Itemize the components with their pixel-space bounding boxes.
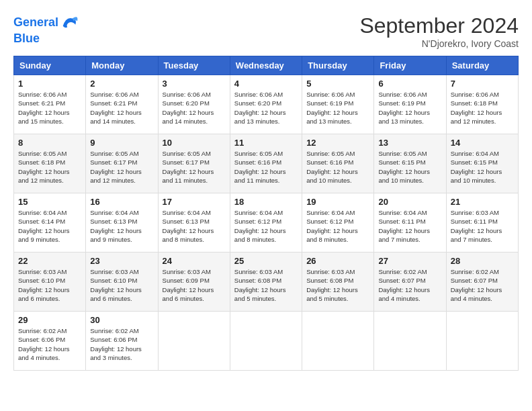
calendar-day-cell: 13 Sunrise: 6:05 AM Sunset: 6:15 PM Dayl… [374, 134, 446, 193]
calendar-day-cell [446, 312, 518, 371]
logo-bird-icon [60, 13, 79, 32]
day-number: 20 [378, 197, 441, 207]
day-number: 28 [451, 256, 514, 266]
calendar-header-saturday: Saturday [446, 56, 518, 75]
day-number: 8 [18, 138, 81, 148]
day-info: Sunrise: 6:05 AM Sunset: 6:16 PM Dayligh… [306, 149, 369, 185]
logo-text: General Blue [13, 13, 79, 46]
day-number: 12 [306, 138, 369, 148]
day-info: Sunrise: 6:05 AM Sunset: 6:17 PM Dayligh… [163, 149, 226, 185]
calendar-week-row: 1 Sunrise: 6:06 AM Sunset: 6:21 PM Dayli… [14, 75, 519, 134]
calendar-day-cell: 27 Sunrise: 6:02 AM Sunset: 6:07 PM Dayl… [374, 253, 446, 312]
page-header: General Blue September 2024 N'Djorekro, … [13, 13, 519, 49]
day-number: 11 [234, 138, 298, 148]
day-info: Sunrise: 6:03 AM Sunset: 6:10 PM Dayligh… [90, 267, 153, 303]
day-number: 24 [163, 256, 226, 266]
day-info: Sunrise: 6:03 AM Sunset: 6:09 PM Dayligh… [163, 267, 226, 303]
title-section: September 2024 N'Djorekro, Ivory Coast [359, 13, 519, 49]
day-number: 9 [90, 138, 153, 148]
calendar-day-cell [230, 312, 302, 371]
day-number: 3 [163, 79, 226, 89]
calendar-day-cell: 28 Sunrise: 6:02 AM Sunset: 6:07 PM Dayl… [446, 253, 518, 312]
calendar-day-cell: 17 Sunrise: 6:04 AM Sunset: 6:13 PM Dayl… [158, 193, 230, 253]
calendar-day-cell: 4 Sunrise: 6:06 AM Sunset: 6:20 PM Dayli… [230, 75, 302, 134]
calendar-day-cell: 20 Sunrise: 6:04 AM Sunset: 6:11 PM Dayl… [374, 193, 446, 253]
day-info: Sunrise: 6:06 AM Sunset: 6:20 PM Dayligh… [234, 90, 298, 126]
calendar-day-cell: 26 Sunrise: 6:03 AM Sunset: 6:08 PM Dayl… [302, 253, 374, 312]
day-number: 18 [234, 197, 298, 207]
calendar-day-cell [302, 312, 374, 371]
calendar-day-cell [374, 312, 446, 371]
calendar-day-cell: 3 Sunrise: 6:06 AM Sunset: 6:20 PM Dayli… [158, 75, 230, 134]
day-info: Sunrise: 6:06 AM Sunset: 6:21 PM Dayligh… [18, 90, 81, 126]
calendar-day-cell: 24 Sunrise: 6:03 AM Sunset: 6:09 PM Dayl… [158, 253, 230, 312]
day-info: Sunrise: 6:03 AM Sunset: 6:08 PM Dayligh… [306, 267, 369, 303]
calendar-day-cell: 14 Sunrise: 6:04 AM Sunset: 6:15 PM Dayl… [446, 134, 518, 193]
calendar-week-row: 15 Sunrise: 6:04 AM Sunset: 6:14 PM Dayl… [14, 193, 519, 253]
day-number: 22 [18, 256, 81, 266]
calendar-day-cell: 7 Sunrise: 6:06 AM Sunset: 6:18 PM Dayli… [446, 75, 518, 134]
day-info: Sunrise: 6:03 AM Sunset: 6:10 PM Dayligh… [18, 267, 81, 303]
calendar-day-cell: 5 Sunrise: 6:06 AM Sunset: 6:19 PM Dayli… [302, 75, 374, 134]
day-number: 21 [451, 197, 514, 207]
calendar-week-row: 29 Sunrise: 6:02 AM Sunset: 6:06 PM Dayl… [14, 312, 519, 371]
day-info: Sunrise: 6:03 AM Sunset: 6:11 PM Dayligh… [451, 208, 514, 244]
logo: General Blue [13, 13, 79, 46]
day-number: 30 [90, 315, 153, 325]
calendar-day-cell: 30 Sunrise: 6:02 AM Sunset: 6:06 PM Dayl… [86, 312, 158, 371]
calendar-day-cell: 9 Sunrise: 6:05 AM Sunset: 6:17 PM Dayli… [86, 134, 158, 193]
day-number: 2 [90, 79, 153, 89]
calendar-header-thursday: Thursday [302, 56, 374, 75]
day-info: Sunrise: 6:04 AM Sunset: 6:13 PM Dayligh… [90, 208, 153, 244]
day-info: Sunrise: 6:04 AM Sunset: 6:11 PM Dayligh… [378, 208, 441, 244]
calendar-week-row: 22 Sunrise: 6:03 AM Sunset: 6:10 PM Dayl… [14, 253, 519, 312]
day-number: 16 [90, 197, 153, 207]
day-info: Sunrise: 6:02 AM Sunset: 6:06 PM Dayligh… [90, 326, 153, 362]
day-info: Sunrise: 6:02 AM Sunset: 6:06 PM Dayligh… [18, 326, 81, 362]
day-info: Sunrise: 6:04 AM Sunset: 6:14 PM Dayligh… [18, 208, 81, 244]
day-info: Sunrise: 6:05 AM Sunset: 6:16 PM Dayligh… [234, 149, 298, 185]
day-number: 26 [306, 256, 369, 266]
calendar-day-cell: 21 Sunrise: 6:03 AM Sunset: 6:11 PM Dayl… [446, 193, 518, 253]
calendar-day-cell: 11 Sunrise: 6:05 AM Sunset: 6:16 PM Dayl… [230, 134, 302, 193]
day-number: 29 [18, 315, 81, 325]
day-info: Sunrise: 6:06 AM Sunset: 6:19 PM Dayligh… [306, 90, 369, 126]
calendar-header-sunday: Sunday [14, 56, 86, 75]
day-info: Sunrise: 6:06 AM Sunset: 6:19 PM Dayligh… [378, 90, 441, 126]
calendar-day-cell: 1 Sunrise: 6:06 AM Sunset: 6:21 PM Dayli… [14, 75, 86, 134]
calendar-day-cell: 25 Sunrise: 6:03 AM Sunset: 6:08 PM Dayl… [230, 253, 302, 312]
calendar-header-row: SundayMondayTuesdayWednesdayThursdayFrid… [14, 56, 519, 75]
calendar-day-cell: 23 Sunrise: 6:03 AM Sunset: 6:10 PM Dayl… [86, 253, 158, 312]
day-number: 25 [234, 256, 298, 266]
day-info: Sunrise: 6:06 AM Sunset: 6:20 PM Dayligh… [163, 90, 226, 126]
calendar-day-cell: 29 Sunrise: 6:02 AM Sunset: 6:06 PM Dayl… [14, 312, 86, 371]
calendar-day-cell: 15 Sunrise: 6:04 AM Sunset: 6:14 PM Dayl… [14, 193, 86, 253]
calendar-header-wednesday: Wednesday [230, 56, 302, 75]
month-title: September 2024 [359, 13, 519, 38]
day-number: 5 [306, 79, 369, 89]
day-info: Sunrise: 6:04 AM Sunset: 6:12 PM Dayligh… [234, 208, 298, 244]
day-number: 6 [378, 79, 441, 89]
calendar-day-cell: 12 Sunrise: 6:05 AM Sunset: 6:16 PM Dayl… [302, 134, 374, 193]
calendar-day-cell: 10 Sunrise: 6:05 AM Sunset: 6:17 PM Dayl… [158, 134, 230, 193]
calendar-day-cell: 6 Sunrise: 6:06 AM Sunset: 6:19 PM Dayli… [374, 75, 446, 134]
day-info: Sunrise: 6:04 AM Sunset: 6:15 PM Dayligh… [451, 149, 514, 185]
day-info: Sunrise: 6:02 AM Sunset: 6:07 PM Dayligh… [378, 267, 441, 303]
day-info: Sunrise: 6:06 AM Sunset: 6:18 PM Dayligh… [451, 90, 514, 126]
calendar-table: SundayMondayTuesdayWednesdayThursdayFrid… [13, 56, 519, 371]
day-number: 27 [378, 256, 441, 266]
day-number: 19 [306, 197, 369, 207]
calendar-day-cell [158, 312, 230, 371]
day-info: Sunrise: 6:04 AM Sunset: 6:12 PM Dayligh… [306, 208, 369, 244]
day-number: 7 [451, 79, 514, 89]
day-number: 13 [378, 138, 441, 148]
day-number: 17 [163, 197, 226, 207]
day-info: Sunrise: 6:06 AM Sunset: 6:21 PM Dayligh… [90, 90, 153, 126]
day-number: 15 [18, 197, 81, 207]
location: N'Djorekro, Ivory Coast [359, 38, 519, 49]
day-number: 10 [163, 138, 226, 148]
calendar-day-cell: 2 Sunrise: 6:06 AM Sunset: 6:21 PM Dayli… [86, 75, 158, 134]
day-number: 1 [18, 79, 81, 89]
day-number: 23 [90, 256, 153, 266]
calendar-day-cell: 16 Sunrise: 6:04 AM Sunset: 6:13 PM Dayl… [86, 193, 158, 253]
